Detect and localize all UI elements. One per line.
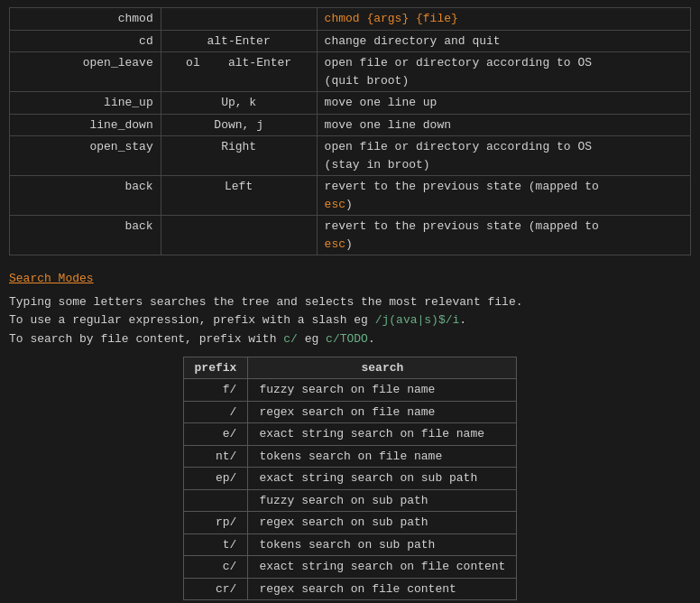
command-cell: open_stay bbox=[10, 136, 161, 176]
search-cell: regex search on file content bbox=[248, 578, 517, 600]
search-table-row: ep/exact string search on sub path bbox=[183, 468, 517, 490]
search-cell: regex search on file name bbox=[248, 401, 517, 423]
para1-line3-code2: c/TODO bbox=[326, 332, 368, 346]
table-row: line_down Down, j move one line down bbox=[10, 114, 691, 136]
desc-cell: open file or directory according to OS (… bbox=[317, 136, 690, 176]
desc-cell: open file or directory according to OS (… bbox=[317, 52, 690, 92]
para1-line3-mid: eg bbox=[298, 332, 326, 346]
search-col-header: search bbox=[248, 357, 517, 379]
desc-cell: revert to the previous state (mapped to … bbox=[317, 176, 690, 216]
table-row: cd alt-Enter change directory and quit bbox=[10, 30, 691, 52]
command-cell: back bbox=[10, 176, 161, 216]
para1-line3-start: To search by file content, prefix with bbox=[9, 332, 283, 346]
search-table-header: prefix search bbox=[183, 357, 517, 379]
key-cell: Right bbox=[161, 136, 317, 176]
key-cell: Down, j bbox=[161, 114, 317, 136]
search-cell: tokens search on sub path bbox=[248, 533, 517, 556]
search-cell: regex search on sub path bbox=[248, 512, 517, 534]
table-row: open_leave ol alt-Enter open file or dir… bbox=[10, 52, 691, 92]
prefix-cell: e/ bbox=[183, 423, 248, 446]
search-cell: tokens search on file name bbox=[248, 445, 517, 468]
search-table-row: cr/regex search on file content bbox=[183, 578, 517, 600]
desc-cell: chmod {args} {file} bbox=[317, 8, 690, 31]
search-cell: fuzzy search on file name bbox=[248, 379, 517, 402]
search-table-row: /regex search on file name bbox=[183, 401, 517, 423]
para1-line2-start: To use a regular expression, prefix with… bbox=[9, 313, 375, 327]
prefix-cell: nt/ bbox=[183, 445, 248, 468]
key-cell: Left bbox=[161, 176, 317, 216]
command-cell: chmod bbox=[10, 8, 161, 31]
prefix-cell: c/ bbox=[183, 556, 248, 579]
search-table-row: fuzzy search on sub path bbox=[183, 489, 517, 512]
table-row: line_up Up, k move one line up bbox=[10, 92, 691, 115]
desc-orange: chmod {args} {file} bbox=[325, 12, 458, 25]
table-row: chmod chmod {args} {file} bbox=[10, 8, 691, 31]
desc-cell: change directory and quit bbox=[317, 30, 690, 52]
search-description: Typing some letters searches the tree an… bbox=[9, 293, 691, 349]
table-row: open_stay Right open file or directory a… bbox=[10, 136, 691, 176]
search-cell: exact string search on file name bbox=[248, 423, 517, 446]
search-table-row: f/fuzzy search on file name bbox=[183, 379, 517, 402]
key-cell: ol alt-Enter bbox=[161, 52, 317, 92]
keybindings-table: chmod chmod {args} {file} cd alt-Enter c… bbox=[9, 7, 691, 255]
search-cell: fuzzy search on sub path bbox=[248, 489, 517, 512]
para1-line3-end: . bbox=[368, 332, 375, 346]
search-modes-section: Search Modes Typing some letters searche… bbox=[9, 270, 691, 600]
prefix-cell: rp/ bbox=[183, 512, 248, 534]
command-cell: open_leave bbox=[10, 52, 161, 92]
table-row: back revert to the previous state (mappe… bbox=[10, 216, 691, 255]
esc-code: esc bbox=[325, 198, 345, 211]
para1-line2-code: /j(ava|s)$/i bbox=[375, 313, 460, 327]
desc-cell: move one line down bbox=[317, 114, 690, 136]
key-cell bbox=[161, 216, 317, 255]
para1-line2-end: . bbox=[459, 313, 466, 327]
command-cell: back bbox=[10, 216, 161, 255]
search-table-row: nt/tokens search on file name bbox=[183, 445, 517, 468]
search-table-row: e/exact string search on file name bbox=[183, 423, 517, 446]
search-cell: exact string search on file content bbox=[248, 556, 517, 579]
prefix-cell bbox=[183, 489, 248, 512]
desc-cell: move one line up bbox=[317, 92, 690, 115]
search-modes-title: Search Modes bbox=[9, 270, 691, 288]
prefix-cell: f/ bbox=[183, 379, 248, 402]
key-cell: alt-Enter bbox=[161, 30, 317, 52]
key-cell bbox=[161, 8, 317, 31]
prefix-cell: ep/ bbox=[183, 468, 248, 490]
prefix-cell: t/ bbox=[183, 533, 248, 556]
para1-line1: Typing some letters searches the tree an… bbox=[9, 295, 523, 309]
key-prefix: ol bbox=[186, 56, 200, 70]
desc-cell: revert to the previous state (mapped to … bbox=[317, 216, 690, 255]
prefix-cell: / bbox=[183, 401, 248, 423]
command-cell: line_up bbox=[10, 92, 161, 115]
key-cell: Up, k bbox=[161, 92, 317, 115]
search-table-row: c/exact string search on file content bbox=[183, 556, 517, 579]
prefix-cell: cr/ bbox=[183, 578, 248, 600]
search-cell: exact string search on sub path bbox=[248, 468, 517, 490]
command-cell: line_down bbox=[10, 114, 161, 136]
prefix-col-header: prefix bbox=[183, 357, 248, 379]
table-row: back Left revert to the previous state (… bbox=[10, 176, 691, 216]
search-prefix-table: prefix search f/fuzzy search on file nam… bbox=[183, 357, 518, 601]
command-cell: cd bbox=[10, 30, 161, 52]
esc-code2: esc bbox=[325, 237, 345, 251]
para1-line3-code: c/ bbox=[283, 332, 298, 346]
search-table-row: rp/regex search on sub path bbox=[183, 512, 517, 534]
search-table-row: t/tokens search on sub path bbox=[183, 533, 517, 556]
